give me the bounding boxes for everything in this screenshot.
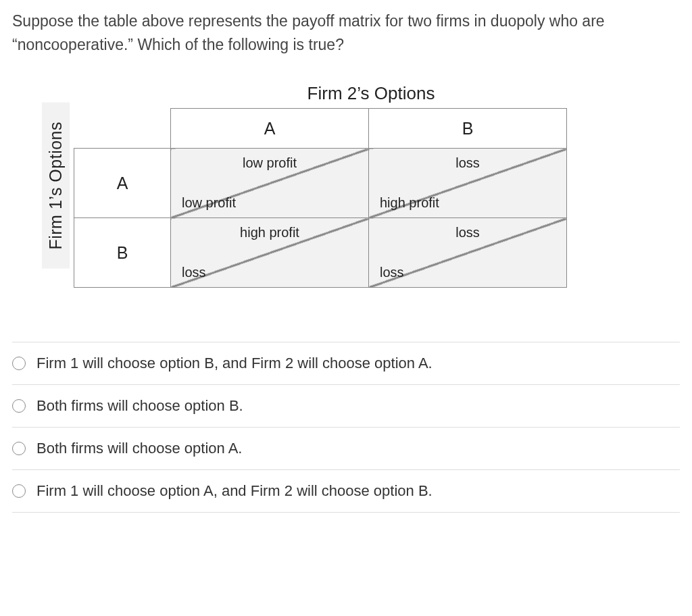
payoff-table: A B A low profit low profit loss high pr… bbox=[74, 108, 567, 288]
cell-ab: loss high profit bbox=[369, 149, 567, 218]
radio-icon bbox=[12, 399, 26, 413]
cell-bb-firm2: loss bbox=[369, 225, 566, 240]
cell-ba-firm2: high profit bbox=[171, 225, 368, 240]
cell-ba: high profit loss bbox=[171, 218, 369, 288]
radio-icon bbox=[12, 484, 26, 498]
row-header-a: A bbox=[74, 149, 171, 218]
col-header-b: B bbox=[369, 109, 567, 149]
radio-icon bbox=[12, 357, 26, 370]
cell-aa: low profit low profit bbox=[171, 149, 369, 218]
cell-bb-firm1: loss bbox=[380, 265, 404, 280]
option-4[interactable]: Firm 1 will choose option A, and Firm 2 … bbox=[12, 469, 680, 513]
firm1-axis-label: Firm 1’s Options bbox=[42, 103, 70, 269]
option-3[interactable]: Both firms will choose option A. bbox=[12, 427, 680, 469]
option-label: Firm 1 will choose option A, and Firm 2 … bbox=[36, 482, 432, 500]
answer-options: Firm 1 will choose option B, and Firm 2 … bbox=[12, 342, 680, 513]
cell-ab-firm1: high profit bbox=[380, 195, 439, 211]
option-label: Both firms will choose option A. bbox=[36, 440, 242, 457]
radio-icon bbox=[12, 442, 26, 455]
question-text: Suppose the table above represents the p… bbox=[12, 9, 680, 56]
cell-aa-firm1: low profit bbox=[182, 195, 236, 211]
option-label: Both firms will choose option B. bbox=[36, 397, 243, 415]
col-header-a: A bbox=[171, 109, 369, 149]
option-label: Firm 1 will choose option B, and Firm 2 … bbox=[36, 355, 432, 372]
row-header-b: B bbox=[74, 218, 171, 288]
cell-aa-firm2: low profit bbox=[171, 155, 368, 171]
cell-ba-firm1: loss bbox=[182, 265, 206, 280]
firm2-axis-label: Firm 2’s Options bbox=[175, 83, 567, 104]
option-2[interactable]: Both firms will choose option B. bbox=[12, 384, 680, 427]
cell-bb: loss loss bbox=[369, 218, 567, 288]
cell-ab-firm2: loss bbox=[369, 155, 566, 171]
table-corner bbox=[74, 109, 171, 149]
payoff-matrix: Firm 1’s Options Firm 2’s Options A B A … bbox=[42, 83, 680, 288]
option-1[interactable]: Firm 1 will choose option B, and Firm 2 … bbox=[12, 342, 680, 384]
